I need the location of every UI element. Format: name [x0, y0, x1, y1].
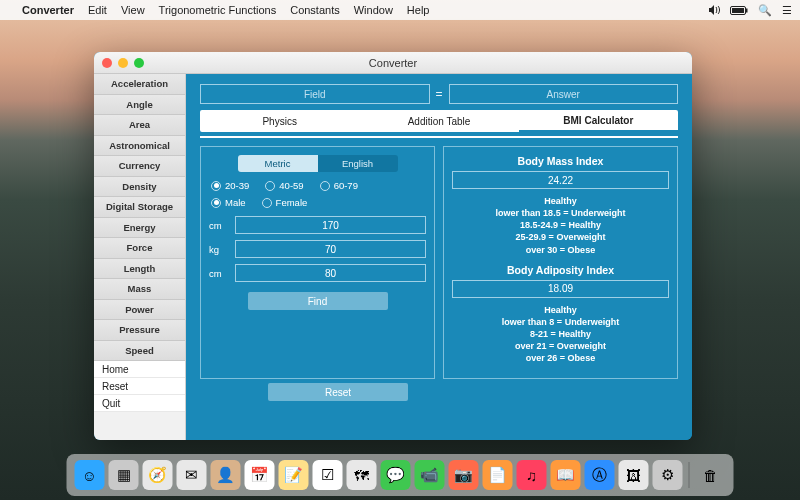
menu-edit[interactable]: Edit	[88, 4, 107, 16]
menu-view[interactable]: View	[121, 4, 145, 16]
unit-segmented-control[interactable]: Metric English	[238, 155, 398, 172]
sidebar-item-power[interactable]: Power	[94, 300, 185, 321]
window-titlebar[interactable]: Converter	[94, 52, 692, 74]
dock-contacts-icon[interactable]: 👤	[211, 460, 241, 490]
sidebar-item-area[interactable]: Area	[94, 115, 185, 136]
sidebar-item-length[interactable]: Length	[94, 259, 185, 280]
radio-age-60-79[interactable]: 60-79	[320, 180, 358, 191]
sidebar: AccelerationAngleAreaAstronomicalCurrenc…	[94, 74, 186, 440]
bmi-title: Body Mass Index	[452, 155, 669, 167]
sidebar-action-home[interactable]: Home	[94, 361, 185, 378]
spotlight-icon[interactable]: 🔍	[758, 4, 772, 17]
bai-desc: Healthylower than 8 = Underweight8-21 = …	[452, 304, 669, 365]
menu-trig[interactable]: Trigonometric Functions	[159, 4, 277, 16]
sidebar-item-acceleration[interactable]: Acceleration	[94, 74, 185, 95]
dock-safari-icon[interactable]: 🧭	[143, 460, 173, 490]
tab-addition-table[interactable]: Addition Table	[359, 110, 518, 132]
sidebar-item-angle[interactable]: Angle	[94, 95, 185, 116]
sidebar-action-reset[interactable]: Reset	[94, 378, 185, 395]
input-field-cm-2[interactable]	[235, 264, 426, 282]
app-window: Converter AccelerationAngleAreaAstronomi…	[94, 52, 692, 440]
field-input[interactable]: Field	[200, 84, 430, 104]
dock-pages-icon[interactable]: 📄	[483, 460, 513, 490]
input-label-2: cm	[209, 268, 229, 279]
menu-window[interactable]: Window	[354, 4, 393, 16]
dock-preview-icon[interactable]: 🖼	[619, 460, 649, 490]
dock-finder-icon[interactable]: ☺	[75, 460, 105, 490]
answer-output: Answer	[449, 84, 679, 104]
dock-mail-icon[interactable]: ✉	[177, 460, 207, 490]
seg-english[interactable]: English	[318, 155, 398, 172]
menu-constants[interactable]: Constants	[290, 4, 340, 16]
window-minimize-button[interactable]	[118, 58, 128, 68]
tab-bar: PhysicsAddition TableBMI Calculator	[200, 110, 678, 132]
dock-trash-icon[interactable]: 🗑	[696, 460, 726, 490]
radio-age-40-59[interactable]: 40-59	[265, 180, 303, 191]
dock-notes-icon[interactable]: 📝	[279, 460, 309, 490]
sidebar-item-energy[interactable]: Energy	[94, 218, 185, 239]
menu-help[interactable]: Help	[407, 4, 430, 16]
dock-settings-icon[interactable]: ⚙	[653, 460, 683, 490]
seg-metric[interactable]: Metric	[238, 155, 318, 172]
input-panel: Metric English 20-3940-5960-79 MaleFemal…	[200, 146, 435, 379]
status-icons: 🔍 ☰	[708, 4, 792, 17]
mac-menubar: Converter Edit View Trigonometric Functi…	[0, 0, 800, 20]
app-menu[interactable]: Converter	[22, 4, 74, 16]
dock: ☺▦🧭✉👤📅📝☑🗺💬📹📷📄♫📖Ⓐ🖼⚙🗑	[67, 454, 734, 496]
main-panel: Field = Answer PhysicsAddition TableBMI …	[186, 74, 692, 440]
input-label-1: kg	[209, 244, 229, 255]
radio-sex-female[interactable]: Female	[262, 197, 308, 208]
svg-rect-1	[732, 8, 744, 13]
dock-appstore-icon[interactable]: Ⓐ	[585, 460, 615, 490]
dock-maps-icon[interactable]: 🗺	[347, 460, 377, 490]
dock-itunes-icon[interactable]: ♫	[517, 460, 547, 490]
equals-label: =	[436, 87, 443, 101]
sidebar-item-astronomical[interactable]: Astronomical	[94, 136, 185, 157]
bmi-value: 24.22	[452, 171, 669, 189]
battery-icon[interactable]	[730, 6, 748, 15]
volume-icon[interactable]	[708, 5, 720, 15]
sidebar-item-force[interactable]: Force	[94, 238, 185, 259]
dock-calendar-icon[interactable]: 📅	[245, 460, 275, 490]
sidebar-item-pressure[interactable]: Pressure	[94, 320, 185, 341]
dock-launchpad-icon[interactable]: ▦	[109, 460, 139, 490]
sidebar-item-currency[interactable]: Currency	[94, 156, 185, 177]
svg-rect-2	[746, 8, 748, 12]
sidebar-item-digital-storage[interactable]: Digital Storage	[94, 197, 185, 218]
find-button[interactable]: Find	[248, 292, 388, 310]
input-field-kg-1[interactable]	[235, 240, 426, 258]
notification-center-icon[interactable]: ☰	[782, 4, 792, 17]
input-label-0: cm	[209, 220, 229, 231]
bai-value: 18.09	[452, 280, 669, 298]
sidebar-item-speed[interactable]: Speed	[94, 341, 185, 362]
bmi-desc: Healthylower than 18.5 = Underweight18.5…	[452, 195, 669, 256]
results-panel: Body Mass Index 24.22 Healthylower than …	[443, 146, 678, 379]
bai-title: Body Adiposity Index	[452, 264, 669, 276]
tab-physics[interactable]: Physics	[200, 110, 359, 132]
tab-bmi-calculator[interactable]: BMI Calculator	[519, 110, 678, 132]
dock-ibooks-icon[interactable]: 📖	[551, 460, 581, 490]
sidebar-item-mass[interactable]: Mass	[94, 279, 185, 300]
dock-reminders-icon[interactable]: ☑	[313, 460, 343, 490]
input-field-cm-0[interactable]	[235, 216, 426, 234]
window-close-button[interactable]	[102, 58, 112, 68]
window-title: Converter	[94, 57, 692, 69]
radio-age-20-39[interactable]: 20-39	[211, 180, 249, 191]
reset-button[interactable]: Reset	[268, 383, 408, 401]
sidebar-item-density[interactable]: Density	[94, 177, 185, 198]
window-maximize-button[interactable]	[134, 58, 144, 68]
radio-sex-male[interactable]: Male	[211, 197, 246, 208]
dock-photobooth-icon[interactable]: 📷	[449, 460, 479, 490]
sidebar-action-quit[interactable]: Quit	[94, 395, 185, 412]
dock-messages-icon[interactable]: 💬	[381, 460, 411, 490]
dock-separator	[689, 462, 690, 488]
dock-facetime-icon[interactable]: 📹	[415, 460, 445, 490]
